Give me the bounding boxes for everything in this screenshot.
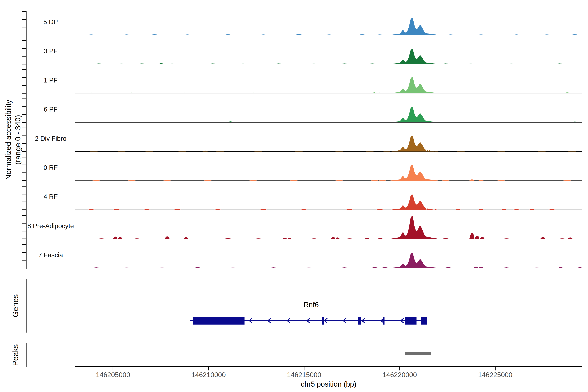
x-axis-tick-label: 146215000 [287, 371, 321, 379]
track-label: 5 DP [44, 18, 58, 26]
genome-browser-figure: Normalized accessibility (range 0 - 340)… [0, 0, 588, 392]
coverage-area-3-pf [76, 48, 582, 64]
tracks-plot-canvas [0, 0, 588, 392]
coverage-area-6-pf [76, 106, 582, 122]
peak-region-bar [405, 352, 431, 355]
x-axis-tick-label: 146210000 [192, 371, 226, 379]
track-label: 4 RF [44, 193, 58, 200]
gene-exon [358, 317, 361, 324]
x-axis-tick-label: 146225000 [478, 371, 512, 379]
track-label: 0 RF [44, 164, 58, 171]
y-axis-label-line1: Normalized accessibility [4, 100, 13, 180]
track-label: 2 Div Fibro [35, 135, 66, 142]
coverage-area-7-fascia [76, 252, 582, 268]
gene-exon [421, 317, 427, 324]
track-label: 1 PF [44, 76, 58, 84]
x-axis-tick-label: 146205000 [96, 371, 130, 379]
coverage-area-5-dp [76, 17, 582, 35]
coverage-area-8-pre-adipocyte [76, 215, 582, 239]
coverage-area-0-rf [76, 164, 582, 181]
track-label: 6 PF [44, 106, 58, 113]
peaks-section-label: Peaks [11, 344, 20, 366]
track-label: 3 PF [44, 47, 58, 55]
track-label: 7 Fascia [38, 251, 63, 259]
y-axis-label-line2: (range 0 - 340) [13, 100, 22, 180]
x-axis-title: chr5 position (bp) [301, 380, 356, 388]
genes-section-label: Genes [11, 294, 20, 317]
coverage-area-4-rf [76, 194, 582, 210]
y-axis-label: Normalized accessibility (range 0 - 340) [4, 100, 22, 180]
track-label: 8 Pre-Adipocyte [28, 222, 74, 230]
coverage-area-2-div-fibro [76, 135, 582, 152]
x-axis-tick-label: 146220000 [382, 371, 417, 379]
gene-exon [193, 317, 244, 324]
gene-exon [405, 317, 416, 324]
gene-name-label: Rnf6 [304, 301, 319, 309]
coverage-area-1-pf [76, 76, 582, 93]
